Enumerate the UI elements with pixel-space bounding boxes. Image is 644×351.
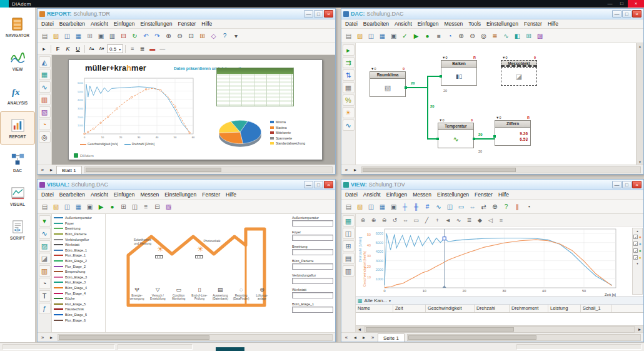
curve-icon[interactable]: ∿ [454,215,463,225]
view-window-titlebar[interactable]: VIEW: Schulung.TDV — □ × [341,180,643,190]
column-header[interactable]: Drehmoment [510,305,548,312]
curve-legend-row[interactable]: ✓ ● [633,247,641,254]
app-close-button[interactable]: × [628,0,644,8]
layout-2-icon[interactable]: ◫ [343,228,355,239]
menu-item[interactable]: Bearbeiten [363,21,389,27]
checkbox-icon[interactable]: ✓ [633,248,638,253]
channel-row[interactable]: Foyer [52,221,105,226]
zoom-out-icon[interactable]: ⊖ [174,31,185,41]
table-horizontal-scrollbar[interactable]: ◂ ▸ [356,325,643,332]
input-port[interactable] [440,75,442,78]
italic-button[interactable]: K [63,44,73,54]
settings-icon[interactable]: ⊛ [358,215,368,225]
select-widget-icon[interactable]: ▾ [39,215,51,226]
zoom-reset-icon[interactable]: ↺ [390,215,400,225]
zoom-icon[interactable]: ⊕ [490,201,500,212]
measure-inputs-icon[interactable]: ▸ [343,44,355,56]
channel-group-selector[interactable]: Alle Kan... [365,298,387,303]
channel-table-body[interactable] [356,313,643,325]
channel-row[interactable]: Werkstatt [52,242,105,248]
align-center-icon[interactable]: ≣ [138,44,147,54]
menu-item[interactable]: Einfügen [418,21,439,27]
measure-outputs-icon[interactable]: ⇉ [343,57,355,68]
menu-item[interactable]: Ansicht [395,21,412,27]
new-layout-icon[interactable]: ▤ [343,201,354,212]
channel-row[interactable]: Außentemperatur [52,215,105,221]
edit-mode-icon[interactable]: ▨ [163,201,174,212]
room-value-field[interactable] [292,220,333,226]
channel-row[interactable]: Büro_Etage_1 [52,248,105,253]
group-icon[interactable]: ⊟ [152,201,163,212]
horizontal-scrollbar[interactable] [365,326,635,333]
menu-item[interactable]: Datei [41,21,54,27]
print-icon[interactable]: ▣ [388,31,399,41]
sidebar-item-analysis[interactable]: fx ANALYSIS [1,78,34,110]
curve-legend-row[interactable]: ✓ ● [633,233,641,240]
menu-item[interactable]: Hilfe [201,21,212,27]
dac-window-titlebar[interactable]: DAC: Schulung.DAC — □ × [341,9,643,19]
open-panel-icon[interactable]: ▧ [51,201,61,212]
stacked-object-icon[interactable]: ▧ [39,106,51,118]
channel-row[interactable]: Flur_Etage_2 [52,263,105,269]
menu-item[interactable]: Einstellungen [140,21,172,27]
room-value-field[interactable] [292,307,333,313]
pan-icon[interactable]: ⇔ [401,215,410,225]
levels-icon[interactable]: ≡ [496,215,506,225]
scaling-icon[interactable]: ⇅ [343,69,355,81]
legend-scroll-down-icon[interactable]: ▾ [636,262,638,265]
report-sheet[interactable]: müller+krahmer Daten präsentieren und do… [68,59,323,160]
room-value-field[interactable] [292,263,333,270]
free-cursor-icon[interactable]: ⇔ [467,201,478,212]
curve-legend-row[interactable]: ✓ ● [633,254,641,261]
zoom-out-icon[interactable]: ⊖ [380,215,389,225]
menu-item[interactable]: Einfügen [114,21,135,27]
pie-object-icon[interactable]: ◔ [39,119,51,130]
channel-row[interactable]: Flur_Etage_1 [52,253,105,258]
layout-wide-icon[interactable]: ▤ [343,253,355,264]
horizontal-scrollbar[interactable] [58,334,333,341]
menu-item[interactable]: Fenster [475,191,493,198]
horizontal-scrollbar[interactable] [361,166,641,173]
start-measurement-icon[interactable]: ▶ [411,31,421,41]
dac-block-raumklima[interactable]: ▼00 Raumklima ▧ [370,67,406,97]
output-port[interactable] [473,138,475,140]
align-left-icon[interactable]: ≡ [128,44,137,54]
line-style-icon[interactable]: — [158,44,167,54]
menu-item[interactable]: Fenster [178,21,196,27]
menu-item[interactable]: Bearbeiten [59,191,85,198]
window-minimize-button[interactable]: — [612,10,621,18]
sidebar-item-visual[interactable]: VISUAL [1,180,34,211]
input-port[interactable] [493,135,496,138]
view-chart-region[interactable]: 0102030405010002000300040005000600010203… [356,226,643,297]
open-scheme-icon[interactable]: ▧ [355,31,365,41]
column-header[interactable]: Name [356,305,393,312]
menu-item[interactable]: Messen [413,191,431,198]
sidebar-item-script[interactable]: </> SCRIPT [1,213,34,245]
menu-item[interactable]: Datei [41,191,54,198]
channel-row[interactable]: Flur_Etage_5 [52,302,105,307]
font-size-combo[interactable]: 0.5 ▾ [107,44,123,53]
room-value-field[interactable] [292,249,333,255]
text-widget-icon[interactable]: T [39,290,51,302]
redo-icon[interactable]: ↷ [152,31,163,41]
print-preview-icon[interactable]: ▥ [107,31,118,41]
question-icon[interactable]: ? [501,201,511,212]
dac-block-ziffern[interactable]: ▼0R Ziffern 9.266.53 [495,116,531,146]
column-header[interactable]: Geschwindigkeit [426,305,475,312]
scroll-down-icon[interactable]: ▾ [639,160,641,164]
channel-row[interactable]: Büro_Etage_2 [52,258,105,264]
scheme-tab-icon[interactable]: ◧ [512,31,523,41]
channel-row[interactable]: Küche [52,296,105,302]
image-widget-icon[interactable]: ◪ [39,253,51,264]
dac-block-temperatur[interactable]: ▼00 Temperatur ∿ [438,118,474,148]
sidebar-item-report[interactable]: REPORT [1,112,34,144]
menu-item[interactable]: Einfügen [386,191,408,198]
zoom-in-icon[interactable]: ⊕ [456,31,466,41]
scrollbar-thumb[interactable] [59,335,209,340]
picture-object-icon[interactable]: ◭ [39,56,51,68]
horizontal-scrollbar[interactable] [84,166,333,173]
frame-cursor-icon[interactable]: ▭ [456,201,466,212]
zoom-in-icon[interactable]: ⊕ [163,31,174,41]
print-icon[interactable]: ▣ [388,201,399,212]
output-port[interactable] [405,86,407,89]
